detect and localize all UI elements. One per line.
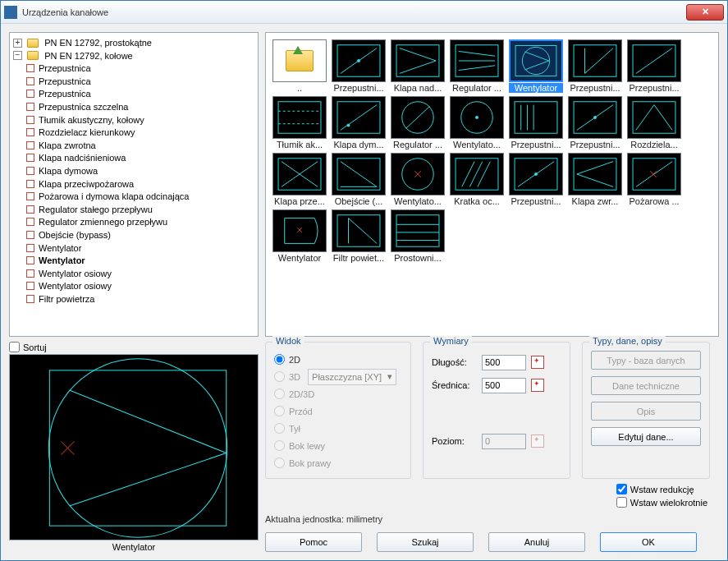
tree-root-2[interactable]: − PN EN 12792, kołowe PrzepustnicaPrzepu… [13,49,256,306]
leaf-icon [26,90,34,98]
tree-item[interactable]: Pożarowa i dymowa klapa odcinająca [26,190,256,203]
thumbnail-item[interactable]: Przepustni... [332,39,386,93]
leaf-icon [26,77,34,85]
thumbnail-item[interactable]: Regulator ... [391,96,445,149]
btn-ok[interactable]: OK [600,532,697,552]
btn-szukaj[interactable]: Szukaj [377,532,474,552]
folder-icon [27,51,39,60]
expand-icon[interactable]: + [13,39,22,48]
tree-item[interactable]: Obejście (bypass) [26,228,256,241]
tree-item[interactable]: Przepustnica szczelna [26,100,256,113]
thumbnail-caption: Wentylator [509,83,563,93]
btn-edytuj[interactable]: Edytuj dane... [591,427,701,446]
dialog-buttons: Pomoc Szukaj Anuluj OK [265,532,719,552]
radio-3d: 3D Płaszczyzna [XY]▾ [274,368,402,385]
input-dlugosc[interactable] [482,355,526,370]
tree-item[interactable]: Regulator stałego przepływu [26,203,256,216]
group-title: Typy, dane, opisy [589,336,666,346]
thumbnail-item[interactable]: Pożarowa ... [627,153,681,206]
input-srednica[interactable] [482,378,526,393]
thumbnail-item[interactable]: Regulator ... [450,39,504,93]
tree-item[interactable]: Rozdzielacz kierunkowy [26,126,256,139]
thumbnail-item[interactable]: Filtr powiet... [332,209,386,263]
tree-item[interactable]: Regulator zmiennego przepływu [26,215,256,228]
app-icon [4,6,17,19]
thumbnail-item[interactable]: Obejście (... [332,153,386,206]
thumbnail-item[interactable]: Przepustni... [568,96,622,149]
leaf-icon [26,244,34,252]
sort-checkbox[interactable] [9,342,20,352]
leaf-icon [26,282,34,290]
chk-redukcja[interactable] [616,484,627,494]
tree-item[interactable]: Przepustnica [26,62,256,75]
tree-item[interactable]: Wentylator [26,241,256,255]
thumbnail-item[interactable]: Przepustni... [509,153,563,206]
thumbnail-item[interactable]: Przepustni... [627,39,681,93]
svg-point-72 [48,359,227,537]
top-pane: + PN EN 12792, prostokątne − PN EN 12792… [9,32,719,337]
thumbnail-caption: Klapa dym... [332,140,386,149]
tree-item[interactable]: Filtr powietrza [26,292,256,306]
thumbnail-item[interactable]: Wentylato... [391,153,445,206]
thumbnail-item[interactable]: Rozdziela... [627,96,681,149]
svg-rect-19 [278,102,321,133]
tree[interactable]: + PN EN 12792, prostokątne − PN EN 12792… [9,32,259,337]
thumbnail-item[interactable]: Klapa prze... [272,153,327,206]
tree-item[interactable]: Klapa dymowa [26,164,256,177]
collapse-icon[interactable]: − [13,51,22,60]
svg-line-49 [462,162,474,187]
thumbnail-item[interactable]: Prostowni... [391,209,445,263]
thumbnail-item[interactable]: Wentylato... [450,96,504,149]
tree-item[interactable]: Wentylator osiowy [26,279,256,292]
tree-item[interactable]: Przepustnica [26,87,256,100]
row-srednica: Średnica: [432,374,561,397]
svg-line-51 [478,162,490,187]
thumbnail-item[interactable]: Klapa dym... [332,96,386,149]
thumbnail-item[interactable]: Przepustni... [568,39,622,93]
tree-item[interactable]: Tłumik akustyczny, kołowy [26,113,256,126]
pick-point-icon[interactable] [531,356,544,369]
thumbnail-caption: Tłumik ak... [272,140,327,149]
radio-right: Bok prawy [274,454,402,471]
radio-2d[interactable]: 2D [274,351,402,368]
row-poziom: Poziom: [432,430,561,453]
svg-rect-67 [396,215,439,246]
btn-anuluj[interactable]: Anuluj [488,532,585,552]
thumbnail-item[interactable]: .. [272,39,327,93]
thumbnail-item[interactable]: Kratka oc... [450,153,504,206]
thumbnail-caption: Klapa zwr... [568,196,622,206]
thumbnail-item[interactable]: Wentylator [509,39,563,93]
thumbnail-item[interactable]: Klapa zwr... [568,153,622,206]
thumbnail-item[interactable]: Klapa nad... [391,39,445,93]
input-poziom [482,434,526,449]
dialog-window: Urządzenia kanałowe ✕ + PN EN 12792, pro… [0,0,728,561]
tree-root-1[interactable]: + PN EN 12792, prostokątne [13,36,256,49]
leaf-icon [26,103,34,111]
tree-item[interactable]: Przepustnica [26,75,256,88]
group-typy: Typy, dane, opisy Typy - baza danych Dan… [582,342,710,479]
svg-line-13 [524,61,549,70]
thumbnail-item[interactable]: Wentylator [272,209,327,263]
thumbnail-item[interactable]: Tłumik ak... [272,96,327,149]
tree-item[interactable]: Wentylator osiowy [26,267,256,280]
pick-point-icon[interactable] [531,379,544,392]
close-button[interactable]: ✕ [686,4,724,21]
thumbnail-caption: .. [272,83,327,93]
svg-line-50 [469,162,482,187]
tree-item[interactable]: Klapa zwrotna [26,139,256,152]
tree-item[interactable]: Klapa przeciwpożarowa [26,177,256,191]
leaf-icon [26,154,34,162]
btn-pomoc[interactable]: Pomoc [265,532,362,552]
svg-line-18 [636,48,672,74]
thumbnail-item[interactable]: Przepustni... [509,96,563,149]
svg-line-4 [400,48,436,61]
chk-wielokrotnie[interactable] [616,497,627,508]
radio-back: Tył [274,420,402,437]
svg-rect-3 [396,45,439,76]
tree-item[interactable]: Klapa nadciśnieniowa [26,151,256,164]
btn-typy-db: Typy - baza danych [591,351,701,370]
group-title: Wymiary [430,336,472,346]
titlebar: Urządzenia kanałowe ✕ [1,1,727,24]
svg-line-5 [400,61,436,73]
tree-item[interactable]: Wentylator [26,254,256,267]
